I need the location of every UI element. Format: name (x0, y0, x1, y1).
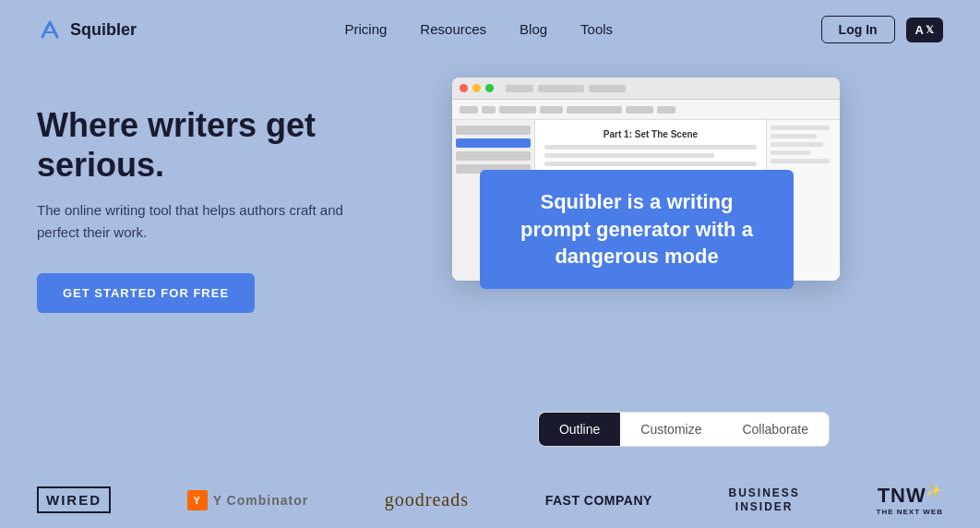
nav-resources[interactable]: Resources (420, 21, 486, 37)
tb7 (657, 106, 675, 114)
tooltip-overlay: Squibler is a writing prompt generator w… (480, 170, 794, 289)
aside-line2 (771, 134, 817, 138)
sidebar-item-2 (456, 138, 531, 148)
tb5 (567, 106, 622, 114)
login-button[interactable]: Log In (821, 16, 895, 43)
menu-block2 (589, 85, 626, 92)
navbar: Squibler Pricing Resources Blog Tools Lo… (0, 0, 980, 59)
nav-tools[interactable]: Tools (580, 21, 613, 37)
tb6 (626, 106, 653, 114)
tb2 (482, 106, 496, 114)
fastcompany-label: FAST COMPANY (545, 493, 652, 508)
wired-label: WIRED (46, 492, 102, 508)
hero-section: Where writers get serious. The online wr… (0, 59, 980, 428)
brands-section: WIRED Y Y Combinator goodreads FAST COMP… (0, 428, 980, 528)
tnw-main-label: TNW✨ (878, 484, 942, 508)
brand-tnw: TNW✨ THE NEXT WEB (877, 484, 943, 516)
sidebar-item-3 (456, 151, 531, 161)
sidebar-item-1 (456, 126, 531, 135)
tab-switcher: Outline Customize Collaborate (538, 412, 830, 447)
tb4 (540, 106, 563, 114)
tab-outline[interactable]: Outline (539, 413, 620, 446)
tab-collaborate[interactable]: Collaborate (722, 413, 829, 446)
yc-label: Y Combinator (213, 493, 309, 508)
tnw-sub-label: THE NEXT WEB (877, 508, 943, 516)
nav-links: Pricing Resources Blog Tools (345, 21, 614, 38)
brand-ycombinator: Y Y Combinator (187, 490, 309, 510)
tb3 (499, 106, 536, 114)
hero-subtitle: The online writing tool that helps autho… (37, 199, 351, 244)
maximize-dot (485, 84, 494, 92)
logo-icon (37, 17, 63, 42)
aside-line3 (771, 142, 823, 147)
menu-block (538, 85, 584, 92)
brand-wired: WIRED (37, 486, 111, 513)
hero-title: Where writers get serious. (37, 105, 424, 185)
brand-fastcompany: FAST COMPANY (545, 493, 652, 508)
nav-right: Log In A 𝕏 (821, 16, 943, 43)
nav-blog[interactable]: Blog (520, 21, 547, 37)
cta-button[interactable]: GET STARTED FOR FREE (37, 273, 255, 313)
logo-text: Squibler (70, 20, 137, 40)
brand-goodreads: goodreads (385, 489, 469, 510)
aside-line4 (771, 150, 810, 155)
translate-button[interactable]: A 𝕏 (906, 18, 943, 42)
app-toolbar (452, 100, 840, 120)
line1 (544, 145, 757, 150)
aside-line1 (771, 126, 830, 130)
yc-icon: Y (187, 490, 208, 510)
business-insider-label: BUSINESSINSIDER (729, 486, 800, 513)
translate-x-label: 𝕏 (926, 24, 934, 36)
hero-right: Part 1: Set The Scene (424, 87, 943, 428)
logo-link[interactable]: Squibler (37, 17, 137, 42)
line2 (544, 153, 714, 158)
app-doc-title: Part 1: Set The Scene (544, 129, 757, 139)
line3 (544, 162, 757, 166)
tooltip-text: Squibler is a writing prompt generator w… (520, 190, 753, 268)
app-titlebar (452, 78, 840, 100)
aside-line5 (771, 159, 830, 163)
tab-customize[interactable]: Customize (620, 413, 722, 446)
minimize-dot (472, 84, 481, 92)
translate-a-label: A (915, 23, 924, 37)
tb1 (460, 106, 478, 114)
goodreads-label: goodreads (385, 489, 469, 510)
close-dot (460, 84, 468, 92)
nav-pricing[interactable]: Pricing (345, 21, 388, 37)
hero-left: Where writers get serious. The online wr… (37, 87, 424, 428)
title-block (506, 85, 533, 92)
brand-business-insider: BUSINESSINSIDER (729, 486, 800, 513)
